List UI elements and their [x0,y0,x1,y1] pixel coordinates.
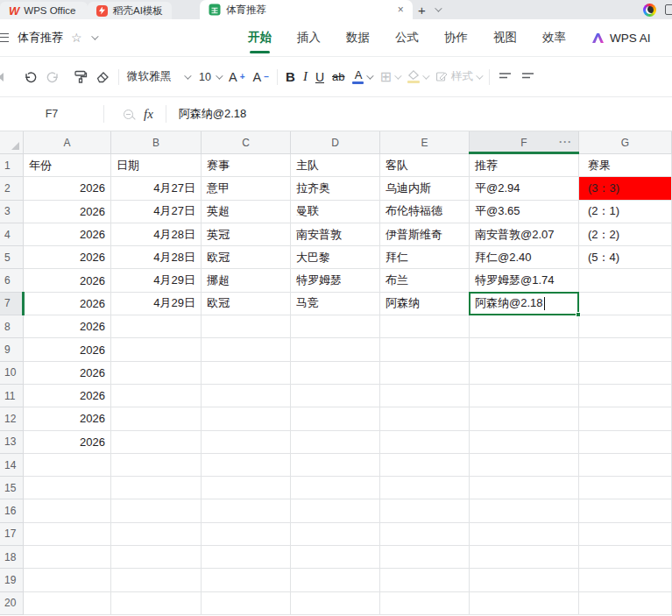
cell-D17[interactable] [291,523,380,546]
cell-C14[interactable] [202,454,291,477]
cell-B8[interactable] [111,315,202,338]
cell-A12[interactable]: 2026 [24,407,111,430]
cell-D7[interactable]: 马竞 [291,293,380,315]
ribbon-tab-wps-ai[interactable]: WPS AI [591,32,651,45]
cell-B13[interactable] [111,431,202,454]
cell-D11[interactable] [291,385,380,407]
cell-C16[interactable] [202,499,291,522]
cell-G14[interactable] [579,454,672,477]
col-header-D[interactable]: D [291,131,380,154]
cell-E17[interactable] [380,523,470,546]
cell-F11[interactable] [470,385,579,407]
cell-F14[interactable] [470,454,579,477]
fill-color-button[interactable] [407,70,428,84]
row-header-12[interactable]: 12 [0,407,24,430]
cell-B9[interactable] [111,338,202,361]
col-header-C[interactable]: C [202,131,291,154]
cell-D18[interactable] [291,546,380,569]
cell-B4[interactable]: 4月28日 [111,223,202,246]
eraser-button[interactable] [95,69,110,84]
ribbon-tab-insert[interactable]: 插入 [297,30,321,46]
cell-F7[interactable]: 阿森纳@2.18 [470,293,579,315]
font-name-select[interactable]: 微软雅黑 [127,69,189,84]
cell-E4[interactable]: 伊普斯维奇 [380,223,470,246]
align-middle-button[interactable] [520,70,535,83]
name-box[interactable]: F7 [0,108,103,120]
cell-A9[interactable]: 2026 [24,338,111,361]
chevron-down-icon[interactable] [476,72,483,79]
cell-C19[interactable] [202,569,291,591]
cell-E12[interactable] [380,407,470,430]
col-header-E[interactable]: E [380,131,470,154]
row-header-1[interactable]: 1 [0,154,24,177]
cell-A10[interactable]: 2026 [24,362,111,385]
tab-docer-ai-templates[interactable]: 稻壳AI模板 [88,2,172,19]
cell-D12[interactable] [291,407,380,430]
cell-G13[interactable] [579,431,672,454]
cell-A2[interactable]: 2026 [24,177,111,200]
row-header-6[interactable]: 6 [0,269,24,292]
cell-A15[interactable] [24,477,111,499]
undo-button[interactable] [24,70,38,84]
cell-C6[interactable]: 挪超 [202,269,291,292]
cell-C8[interactable] [202,315,291,338]
cell-G10[interactable] [579,362,672,385]
cell-B3[interactable]: 4月27日 [111,201,202,223]
cell-A3[interactable]: 2026 [24,201,111,223]
row-header-10[interactable]: 10 [0,362,24,385]
row-header-11[interactable]: 11 [0,385,24,407]
cell-C15[interactable] [202,477,291,499]
cell-D13[interactable] [291,431,380,454]
cell-A14[interactable] [24,454,111,477]
cell-B15[interactable] [111,477,202,499]
cell-F10[interactable] [470,362,579,385]
cell-D3[interactable]: 曼联 [291,201,380,223]
font-color-button[interactable]: A [352,69,371,85]
row-header-9[interactable]: 9 [0,338,24,361]
title-chevron-icon[interactable] [91,32,98,39]
cell-A7[interactable]: 2026 [24,293,111,315]
col-header-G[interactable]: G [579,131,672,154]
cell-B14[interactable] [111,454,202,477]
cell-C9[interactable] [202,338,291,361]
cell-A4[interactable]: 2026 [24,223,111,246]
cell-F17[interactable] [470,523,579,546]
cell-E16[interactable] [380,499,470,522]
cell-B7[interactable]: 4月29日 [111,293,202,315]
col-header-B[interactable]: B [111,131,202,154]
cell-D9[interactable] [291,338,380,361]
ribbon-tab-efficiency[interactable]: 效率 [542,30,566,46]
cell-G7[interactable] [579,293,672,315]
cell-A1[interactable]: 年份 [24,154,111,177]
borders-button[interactable]: ⊞ [379,68,399,85]
cell-F1[interactable]: 推荐 [470,154,579,177]
row-header-17[interactable]: 17 [0,523,24,546]
cell-C1[interactable]: 赛事 [202,154,291,177]
row-header-18[interactable]: 18 [0,546,24,569]
cell-E8[interactable] [380,315,470,338]
cell-B17[interactable] [111,523,202,546]
cell-E3[interactable]: 布伦特福德 [380,201,470,223]
cell-B18[interactable] [111,546,202,569]
italic-button[interactable]: I [303,69,308,84]
cell-A17[interactable] [24,523,111,546]
cell-F13[interactable] [470,431,579,454]
underline-button[interactable]: U [315,70,324,84]
row-header-16[interactable]: 16 [0,499,24,522]
cell-C4[interactable]: 英冠 [202,223,291,246]
cell-A6[interactable]: 2026 [24,269,111,292]
cell-G5[interactable]: (5：4) [579,246,672,269]
new-tab-button[interactable]: + [413,0,431,19]
cell-E1[interactable]: 客队 [380,154,470,177]
cell-style-button[interactable]: 样式 [435,69,481,84]
close-tab-icon[interactable]: × [398,4,404,16]
cell-C5[interactable]: 欧冠 [202,246,291,269]
bold-button[interactable]: B [286,69,295,84]
cell-D15[interactable] [291,477,380,499]
cell-C12[interactable] [202,407,291,430]
format-painter-button[interactable] [73,69,88,84]
cell-G15[interactable] [579,477,672,499]
cell-A19[interactable] [24,569,111,591]
cell-D8[interactable] [291,315,380,338]
cell-G4[interactable]: (2：2) [579,223,672,246]
